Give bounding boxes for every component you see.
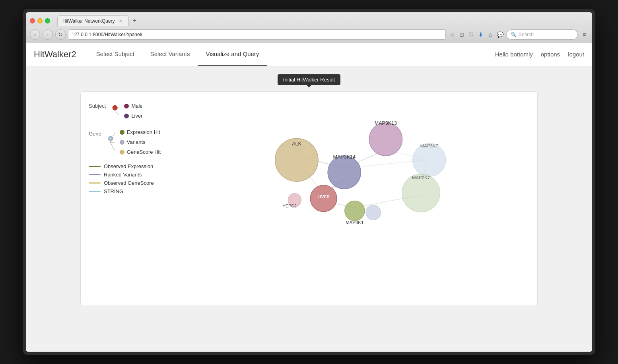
ranked-variants-line [89,174,101,175]
expression-hit-label: Expression Hit [127,129,160,135]
observed-genescore-legend: Observed GeneScore [89,180,168,186]
main-area: Initial HitWalker Result Subject [26,66,592,352]
svg-line-8 [111,143,115,151]
node-MAP3K1[interactable] [345,201,365,221]
tab-select-variants[interactable]: Select Variants [142,43,198,66]
search-placeholder: Search [519,32,534,37]
node-MAP3K13[interactable] [369,123,402,156]
svg-text:ALK: ALK [292,141,301,147]
line-legend: Observed Expression Ranked Variants Obse… [89,163,168,194]
network-graph[interactable]: MAP3K13 ALK MAP3K14 MAP3K7 [180,96,533,294]
svg-line-3 [115,112,119,115]
gene-tree: Gene [89,128,168,155]
app-brand: HitWalker2 [34,49,76,60]
string-legend: STRING [89,188,168,194]
nav-right: Hello bottomly options logout [495,51,584,58]
app-content: HitWalker2 Select Subject Select Variant… [26,43,592,352]
minimize-button[interactable] [37,18,43,23]
forward-button[interactable]: › [43,29,53,40]
expression-hit-dot [120,130,124,135]
svg-text:MAP3K14: MAP3K14 [333,154,356,160]
genescore-label: GeneScore Hit [127,149,161,155]
menu-icon[interactable]: ≡ [580,31,588,39]
svg-text:MAP3K7: MAP3K7 [420,143,438,148]
back-button[interactable]: ‹ [30,29,40,40]
ranked-variants-text: Ranked Variants [104,172,142,178]
observed-genescore-line [89,182,101,184]
subject-tree: Subject [89,100,168,120]
variants-dot [120,140,124,145]
home-icon[interactable]: ⌂ [486,31,494,39]
graph-area[interactable]: MAP3K13 ALK MAP3K14 MAP3K7 [176,92,537,306]
male-dot [124,104,129,108]
readinglist-icon[interactable]: ⊡ [458,31,466,39]
gene-score-hit: GeneScore Hit [120,149,161,155]
panel-container: Subject [80,91,538,306]
browser-tab[interactable]: HitWalker NetworkQuery ✕ [57,15,129,26]
legend: Subject [81,92,176,306]
screen: HitWalker NetworkQuery ✕ + ‹ › ↻ 127.0.0… [26,12,592,352]
gene-variants: Variants [120,139,161,145]
node-MAP3K14[interactable] [328,156,361,189]
logout-link[interactable]: logout [568,51,584,58]
variants-label: Variants [127,139,146,145]
download-icon[interactable]: ⬇ [477,31,485,39]
observed-genescore-text: Observed GeneScore [104,180,154,186]
observed-expression-line [89,166,101,167]
string-line [89,191,101,192]
node-MAP3K7[interactable] [413,143,446,176]
svg-text:HEPG2: HEPG2 [283,204,297,208]
title-bar: HitWalker NetworkQuery ✕ + [26,12,592,27]
browser-chrome: HitWalker NetworkQuery ✕ + ‹ › ↻ 127.0.0… [26,12,592,43]
new-tab-button[interactable]: + [129,15,140,26]
male-label: Male [131,103,142,109]
liver-dot [124,114,129,118]
observed-expression-text: Observed Expression [104,163,153,169]
genescore-dot [120,150,124,155]
bookmark-icon[interactable]: ☆ [448,31,456,39]
subject-male: Male [124,103,142,109]
maximize-button[interactable] [45,18,50,23]
shield-icon[interactable]: 🛡 [467,31,475,39]
app-nav: HitWalker2 Select Subject Select Variant… [26,43,592,66]
subject-label: Subject [89,103,106,109]
nav-tabs: Select Subject Select Variants Visualize… [88,43,495,66]
ranked-variants-legend: Ranked Variants [89,172,168,178]
liver-label: Liver [131,113,142,119]
node-extra[interactable] [366,205,381,220]
nav-bar: ‹ › ↻ 127.0.0.1:8000/HitWalker2/panel/ ☆… [26,27,592,42]
options-link[interactable]: options [541,51,560,58]
share-icon[interactable]: 💬 [496,31,504,39]
svg-text:MAP3K1: MAP3K1 [346,220,363,225]
hello-user: Hello bottomly [495,51,533,58]
url-text: 127.0.0.1:8000/HitWalker2/panel/ [72,32,142,37]
url-bar[interactable]: 127.0.0.1:8000/HitWalker2/panel/ [68,29,446,40]
svg-text:MAP2K7: MAP2K7 [412,175,430,180]
gene-label: Gene [89,131,101,137]
tab-select-subject[interactable]: Select Subject [88,43,142,66]
close-button[interactable] [30,18,35,23]
reload-button[interactable]: ↻ [55,29,66,40]
tab-title: HitWalker NetworkQuery [62,18,115,24]
observed-expression-legend: Observed Expression [89,163,168,169]
tab-visualize-query[interactable]: Visualize and Query [198,43,267,66]
search-icon: 🔍 [511,32,517,37]
tab-bar: HitWalker NetworkQuery ✕ + [53,15,553,26]
window-controls [30,18,50,23]
monitor-frame: HitWalker NetworkQuery ✕ + ‹ › ↻ 127.0.0… [23,9,595,355]
tab-close-icon[interactable]: ✕ [119,19,122,23]
gene-expression-hit: Expression Hit [120,129,161,135]
search-bar[interactable]: 🔍 Search [506,29,578,40]
result-tooltip: Initial HitWalker Result [278,74,340,85]
nav-icons: ☆ ⊡ 🛡 ⬇ ⌂ 💬 [448,31,504,39]
svg-text:MAP3K13: MAP3K13 [375,120,397,126]
string-text: STRING [104,188,123,194]
subject-liver: Liver [124,113,142,119]
svg-text:LIVER: LIVER [317,195,330,199]
